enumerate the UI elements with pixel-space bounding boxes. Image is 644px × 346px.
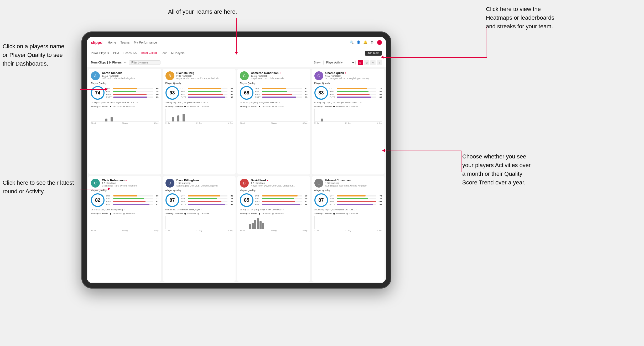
quality-circle[interactable]: 87 (165, 193, 179, 207)
last-round[interactable]: 04 Sep 23 | Mobility with coach, Gym → (165, 209, 233, 211)
player-card[interactable]: C Chris Robertson ● 1-5 Handicap Craigmi… (88, 176, 161, 282)
tab-tour[interactable]: Tour (161, 51, 167, 55)
stat-bar (113, 195, 137, 196)
stat-row-ott: OTT 84 (181, 87, 233, 90)
player-card[interactable]: C Charlie Quick ● 6-10 Handicap St. Geor… (312, 69, 385, 174)
view-sort-icon[interactable]: ↕ (377, 60, 382, 65)
player-name[interactable]: Cameron Robertson ● (251, 71, 308, 74)
stat-bar (262, 91, 287, 92)
last-round[interactable]: 26 Aug 23 | 84 (+12), Royal North Devon … (240, 209, 308, 211)
stat-value: 61 (303, 87, 308, 90)
stat-label-ott: OTT (181, 195, 187, 197)
nav-teams[interactable]: Teams (120, 41, 129, 44)
chart-bars (166, 216, 233, 229)
add-team-button[interactable]: Add Team (365, 51, 382, 56)
chart-dates: 31 Jul 21 Aug 4 Sep (165, 230, 233, 231)
player-avatar: D (165, 179, 174, 188)
player-card[interactable]: E Edward Crossman 1-5 Handicap Sunningda… (312, 176, 385, 282)
stat-value: 85 (303, 96, 308, 98)
stat-row-arg: ARG 83 (330, 93, 382, 95)
player-name[interactable]: Aaron Nicholls (102, 71, 159, 74)
chart-date-mid: 21 Aug (271, 230, 277, 231)
quality-circle[interactable]: 82 (91, 193, 105, 207)
on-course-label: On course (188, 213, 196, 215)
activity-header: Activity · 1 Month On course Off course (314, 105, 382, 108)
quality-circle[interactable]: 87 (314, 193, 328, 207)
player-name[interactable]: David Ford ● (251, 179, 308, 182)
quality-section: 83 OTT 77 APP 80 ARG 8 (314, 86, 382, 100)
stat-row-app: APP 63 (255, 90, 308, 93)
player-card[interactable]: B Blair McHarg Plus Handicap Royal North… (163, 69, 236, 174)
last-round[interactable]: 18 Jul 23 | 74 (+4), Sunningdale GC - Ol… (314, 209, 382, 211)
view-grid-large-icon[interactable]: ⊞ (358, 60, 363, 65)
search-input[interactable] (129, 60, 160, 65)
player-card[interactable]: C Cameron Robertson ● 11-15 Handicap Roy… (237, 69, 310, 174)
tab-pgat-players[interactable]: PGAT Players (91, 51, 109, 55)
stat-bar-container (337, 201, 377, 202)
chart-bars (315, 109, 382, 121)
activity-section: Activity · 1 Month On course Off course … (91, 212, 159, 279)
stat-bar-container (337, 195, 377, 196)
settings-icon[interactable]: ⚙ (370, 41, 374, 44)
edit-icon[interactable]: ✏ (124, 61, 126, 64)
off-course-dot (123, 213, 125, 215)
player-avatar: C (314, 71, 323, 80)
chart-date-end: 4 Sep (377, 230, 382, 231)
player-grid: A Aaron Nicholls 11-15 Handicap Drift Go… (87, 67, 386, 283)
tab-pga[interactable]: PGA (113, 51, 119, 55)
stat-bar (262, 97, 296, 98)
on-course-label: On course (262, 213, 270, 215)
quality-number: 68 (244, 90, 249, 96)
user-avatar-icon[interactable]: U (377, 40, 382, 45)
tab-team-clippd[interactable]: Team Clippd (141, 51, 157, 55)
activity-section: Activity · 1 Month On course Off course … (91, 105, 159, 172)
nav-home[interactable]: Home (108, 41, 116, 44)
chart-date-start: 31 Jul (91, 230, 96, 231)
player-name[interactable]: Edward Crossman (325, 179, 382, 182)
last-round[interactable]: 26 Aug 23 | 73 (+1), Royal North Devon G… (165, 101, 233, 104)
quality-circle[interactable]: 93 (165, 86, 179, 100)
player-name[interactable]: Chris Robertson ● (102, 179, 159, 182)
stat-value: 60 (154, 87, 159, 90)
quality-circle[interactable]: 83 (314, 86, 328, 100)
stat-bar-container (337, 94, 377, 95)
player-card[interactable]: D Dave Billingham 1-5 Handicap Sog Magin… (163, 176, 236, 282)
search-icon[interactable]: 🔍 (350, 41, 354, 44)
view-grid-small-icon[interactable]: ⊟ (364, 60, 369, 65)
chart-date-start: 31 Jul (240, 230, 245, 231)
stat-row-ott: OTT 89 (255, 195, 308, 197)
player-name[interactable]: Blair McHarg (176, 71, 233, 74)
show-label: Show: (314, 61, 321, 64)
player-club: Sog Maging Golf Club, United Kingdom (176, 184, 233, 187)
app-logo[interactable]: clippd (91, 40, 102, 45)
quality-circle[interactable]: 68 (240, 86, 253, 100)
team-header: Team Clippd | 14 Players ✏ Show: Player … (87, 58, 386, 67)
tab-all-players[interactable]: All Players (171, 51, 185, 55)
last-round[interactable]: 07 Aug 23 | 77 (+7), St George's Hill GC… (314, 101, 382, 104)
view-filter-icon[interactable]: ▽ (370, 60, 376, 65)
stat-bar (113, 201, 146, 202)
quality-circle[interactable]: 74 (91, 86, 105, 100)
stat-bar-container (337, 204, 377, 205)
tab-hcaps[interactable]: Hcaps 1-5 (123, 51, 137, 55)
verified-icon: ● (267, 179, 268, 182)
stat-row-arg: ARG 88 (181, 93, 233, 95)
player-name[interactable]: Dave Billingham (176, 179, 233, 182)
stat-label-putt: PUTT (330, 203, 336, 206)
last-round[interactable]: 05 Mar 23 | 19, Must make putting → (91, 209, 159, 211)
quality-circle[interactable]: 85 (240, 193, 253, 207)
show-select[interactable]: Player Activity Quality Score Trend (323, 60, 356, 65)
stat-bar (113, 94, 147, 95)
stat-value: 84 (154, 93, 159, 95)
player-card[interactable]: D David Ford ● 1-5 Handicap Royal North … (237, 176, 310, 282)
nav-my-performance[interactable]: My Performance (134, 41, 157, 44)
last-round[interactable]: 02 Sep 23 | Sunrise round to get back in… (91, 101, 159, 104)
person-icon[interactable]: 👤 (357, 41, 360, 44)
chart-date-start: 31 Jul (165, 122, 170, 124)
activity-header: Activity · 1 Month On course Off course (91, 212, 159, 215)
player-name[interactable]: Charlie Quick ● (325, 71, 382, 74)
last-round[interactable]: 02 Jul 23 | 59 (+17), Craigmillar Park G… (240, 101, 308, 104)
stat-label-arg: ARG (330, 93, 336, 95)
player-card[interactable]: A Aaron Nicholls 11-15 Handicap Drift Go… (88, 69, 161, 174)
bell-icon[interactable]: 🔔 (363, 41, 367, 44)
